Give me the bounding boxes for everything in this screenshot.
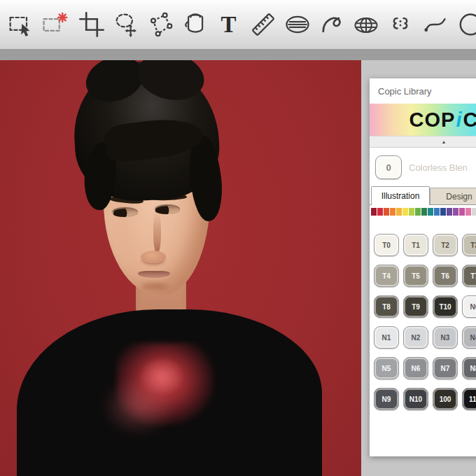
marker-n8[interactable]: N8 [462, 357, 476, 379]
copic-logo-i: i [456, 108, 462, 132]
circle-tool[interactable] [451, 3, 476, 46]
portrait-eye-left [112, 209, 138, 217]
toolbar: T [0, 0, 476, 50]
color-family-swatch[interactable] [409, 208, 414, 216]
marker-grid: T0T1T2T3T4T5T6T7T8T9T10N0N1N2N3N4N5N6N7N… [370, 216, 476, 410]
polygon-select-tool[interactable] [143, 3, 177, 46]
fill-bucket-tool[interactable] [177, 3, 211, 46]
selected-marker-name: Colorless Blen [409, 162, 468, 173]
perspective-mesh-tool[interactable] [349, 3, 383, 46]
marker-t6[interactable]: T6 [433, 265, 458, 287]
text-tool-icon: T [220, 13, 236, 36]
marker-100[interactable]: 100 [433, 388, 458, 410]
panel-header[interactable]: Copic Library [370, 78, 476, 104]
color-family-swatch[interactable] [384, 208, 389, 216]
color-family-swatch[interactable] [472, 208, 476, 216]
selected-marker-row: 0 Colorless Blen [370, 148, 476, 186]
ellipse-guide-icon [284, 10, 312, 38]
panel-title: Copic Library [378, 86, 432, 97]
marker-t0[interactable]: T0 [374, 234, 399, 256]
copic-library-panel: Copic Library COPiC ▲ 0 Colorless Blen I… [370, 78, 476, 456]
color-family-swatch[interactable] [396, 208, 402, 216]
portrait-nose-tip [141, 251, 166, 263]
color-family-swatch[interactable] [377, 208, 383, 216]
marker-t2[interactable]: T2 [433, 234, 458, 256]
paint-splatter-core [139, 357, 185, 396]
symmetry-icon [386, 10, 414, 38]
rect-select-tool[interactable] [2, 3, 36, 46]
color-family-swatch[interactable] [402, 208, 408, 216]
marker-t8[interactable]: T8 [374, 295, 399, 318]
marker-n5[interactable]: N5 [374, 357, 399, 379]
marker-n10[interactable]: N10 [403, 388, 428, 410]
color-family-swatch[interactable] [415, 208, 421, 216]
color-family-strip [370, 205, 476, 216]
copic-logo-text-left: COP [410, 108, 456, 132]
library-tabs: IllustrationDesign [370, 186, 476, 205]
marker-t3[interactable]: T3 [462, 234, 476, 256]
marker-n7[interactable]: N7 [433, 357, 458, 379]
color-family-swatch[interactable] [371, 208, 377, 216]
copic-logo: COPiC [370, 104, 476, 136]
ruler-icon [249, 10, 277, 38]
crop-icon [78, 10, 106, 38]
marker-n6[interactable]: N6 [403, 357, 428, 379]
workspace: Copic Library COPiC ▲ 0 Colorless Blen I… [0, 60, 476, 476]
color-family-swatch[interactable] [390, 208, 396, 216]
marker-n2[interactable]: N2 [403, 326, 428, 349]
select-move-icon [112, 10, 140, 38]
crop-tool[interactable] [74, 3, 108, 46]
marker-n9[interactable]: N9 [374, 388, 399, 410]
marker-t9[interactable]: T9 [403, 295, 428, 318]
perspective-mesh-icon [352, 10, 380, 38]
color-family-swatch[interactable] [440, 208, 446, 216]
symmetry-tool[interactable] [383, 3, 417, 46]
color-family-swatch[interactable] [459, 208, 465, 216]
copic-logo-text-right: C [463, 108, 476, 132]
color-family-swatch[interactable] [421, 208, 427, 216]
marker-n3[interactable]: N3 [433, 326, 458, 349]
circle-icon [455, 10, 476, 38]
color-family-swatch[interactable] [428, 208, 433, 216]
deselect-icon [40, 10, 68, 38]
marker-110[interactable]: 110 [462, 388, 476, 410]
marker-t7[interactable]: T7 [462, 265, 476, 287]
canvas[interactable] [0, 60, 361, 476]
fill-bucket-icon [181, 10, 209, 38]
panel-collapse-handle[interactable]: ▲ [370, 136, 476, 148]
marker-n1[interactable]: N1 [374, 326, 399, 349]
curve-guide-tool[interactable] [314, 3, 349, 46]
tab-design[interactable]: Design [430, 188, 476, 204]
portrait-chin-shadow [141, 283, 168, 290]
selected-marker-chip[interactable]: 0 [375, 155, 402, 179]
tab-illustration[interactable]: Illustration [371, 186, 430, 205]
curve-guide-icon [318, 10, 346, 38]
marker-t4[interactable]: T4 [374, 265, 399, 287]
color-family-swatch[interactable] [447, 208, 452, 216]
spline-tool[interactable] [417, 3, 451, 46]
polygon-select-icon [146, 10, 174, 38]
spline-icon [421, 10, 449, 38]
deselect-tool[interactable] [36, 3, 71, 46]
paint-app-window: T [0, 0, 476, 476]
rect-select-icon [6, 10, 34, 38]
marker-n0[interactable]: N0 [462, 295, 476, 318]
color-family-swatch[interactable] [434, 208, 440, 216]
marker-t5[interactable]: T5 [403, 265, 428, 287]
toolbar-lower-band [0, 50, 476, 61]
color-family-swatch[interactable] [453, 208, 458, 216]
color-family-swatch[interactable] [465, 208, 471, 216]
ruler-tool[interactable] [246, 3, 280, 46]
portrait-nose [153, 210, 161, 253]
ellipse-guide-tool[interactable] [280, 3, 314, 46]
text-tool[interactable]: T [211, 3, 246, 46]
marker-n4[interactable]: N4 [462, 326, 476, 349]
collapse-arrow-icon: ▲ [442, 139, 447, 144]
marker-t1[interactable]: T1 [403, 234, 428, 256]
marker-t10[interactable]: T10 [433, 295, 458, 318]
select-move-tool[interactable] [108, 3, 143, 46]
